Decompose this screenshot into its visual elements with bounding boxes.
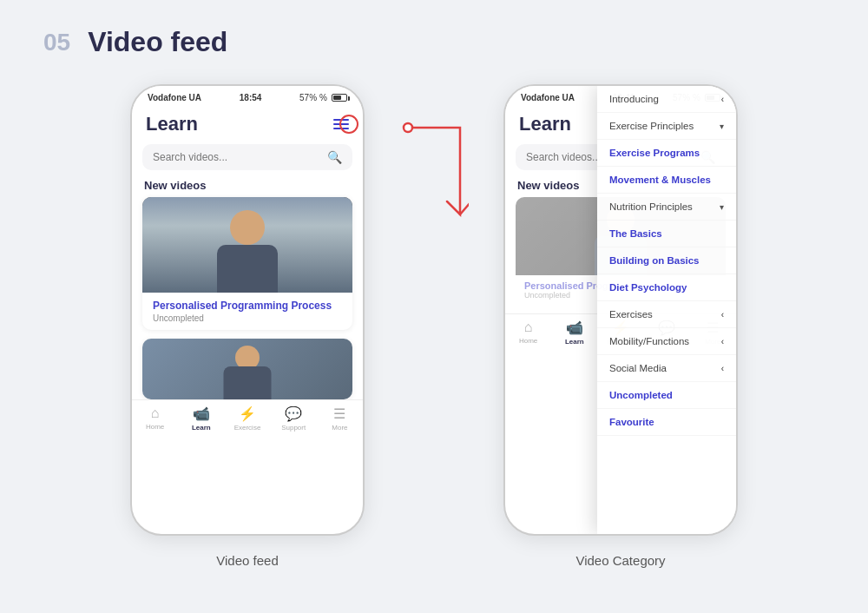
mockups-container: Vodafone UA 18:54 57%% Learn 🔍 xyxy=(43,84,825,587)
menu-item-exercise-principles[interactable]: Exercise Principles ▾ xyxy=(597,113,736,140)
home-icon: ⌂ xyxy=(151,405,160,421)
nav-learn-label: Learn xyxy=(192,424,211,432)
nav-more-label: More xyxy=(332,424,347,432)
menu-item-social-media[interactable]: Social Media ‹ xyxy=(597,355,736,382)
nav-learn[interactable]: 📹 Learn xyxy=(178,405,224,432)
home-icon-2: ⌂ xyxy=(524,320,533,335)
search-icon: 🔍 xyxy=(327,150,342,164)
phone2-title: Learn xyxy=(519,113,571,135)
chevron-icon-9: ‹ xyxy=(721,337,724,346)
menu-item-mobility[interactable]: Mobility/Functions ‹ xyxy=(597,328,736,355)
menu-overlay: Introducing ‹ Exercise Principles ▾ Exer… xyxy=(597,86,736,534)
page-number: 05 xyxy=(43,29,70,56)
phone2-nav-home-label: Home xyxy=(519,337,537,345)
phone2-wrapper: Vodafone UA 18:46 57%% Learn 🔍 New video… xyxy=(503,84,738,568)
menu-item-diet-psychology[interactable]: Diet Psychology xyxy=(597,274,736,301)
nav-exercise[interactable]: ⚡ Exercise xyxy=(224,405,270,432)
video-card-1-info: Personalised Programming Process Uncompl… xyxy=(142,293,352,330)
phone1-wrapper: Vodafone UA 18:54 57%% Learn 🔍 xyxy=(130,84,365,568)
phone1-search-bar[interactable]: 🔍 xyxy=(142,144,352,170)
phone2-label: Video Category xyxy=(575,553,665,568)
phone1-time: 18:54 xyxy=(240,93,262,102)
nav-support-label: Support xyxy=(281,424,306,432)
exercise-icon: ⚡ xyxy=(239,405,256,422)
menu-item-exercise-programs[interactable]: Exercise Programs xyxy=(597,140,736,167)
phone1-label: Video feed xyxy=(216,553,278,568)
phone2-nav-home[interactable]: ⌂ Home xyxy=(505,320,551,346)
page-title: Video feed xyxy=(88,26,227,58)
nav-support[interactable]: 💬 Support xyxy=(271,405,317,432)
phone2-carrier: Vodafone UA xyxy=(521,93,575,102)
video-thumb-1 xyxy=(142,197,352,293)
video-card-2[interactable] xyxy=(142,339,352,399)
menu-item-nutrition-principles[interactable]: Nutrition Principles ▾ xyxy=(597,194,736,221)
chevron-icon-0: ‹ xyxy=(721,95,724,104)
menu-item-uncompleted[interactable]: Uncompleted xyxy=(597,382,736,409)
chevron-icon-4: ▾ xyxy=(720,202,724,212)
learn-icon-2: 📹 xyxy=(566,320,583,336)
phone2-nav-learn[interactable]: 📹 Learn xyxy=(551,320,597,346)
nav-more[interactable]: ☰ More xyxy=(317,405,363,432)
menu-item-exercises[interactable]: Exercises ‹ xyxy=(597,301,736,328)
phone1-header: Learn xyxy=(132,106,363,141)
video-thumb-2 xyxy=(142,339,352,399)
nav-exercise-label: Exercise xyxy=(234,424,261,432)
phone2-frame: Vodafone UA 18:46 57%% Learn 🔍 New video… xyxy=(503,84,738,536)
phone1-search-input[interactable] xyxy=(153,151,327,163)
hamburger-button[interactable] xyxy=(333,119,349,129)
video-card-1-sub: Uncompleted xyxy=(153,313,342,323)
phone1-bottom-nav: ⌂ Home 📹 Learn ⚡ Exercise 💬 Support ☰ xyxy=(132,399,363,435)
menu-item-movement-muscles[interactable]: Movement & Muscles xyxy=(597,167,736,194)
chevron-icon-1: ▾ xyxy=(720,122,724,131)
support-icon: 💬 xyxy=(285,405,302,422)
menu-item-favourite[interactable]: Favourite xyxy=(597,409,736,436)
menu-item-building-basics[interactable]: Building on Basics xyxy=(597,247,736,274)
video-card-1[interactable]: Personalised Programming Process Uncompl… xyxy=(142,197,352,330)
svg-point-0 xyxy=(404,123,412,132)
nav-home[interactable]: ⌂ Home xyxy=(132,405,178,432)
chevron-icon-8: ‹ xyxy=(721,310,724,320)
phone1-title: Learn xyxy=(146,113,198,135)
phone1-statusbar: Vodafone UA 18:54 57%% xyxy=(132,86,363,106)
learn-icon: 📹 xyxy=(193,405,210,422)
nav-home-label: Home xyxy=(146,423,164,431)
chevron-icon-10: ‹ xyxy=(721,364,724,373)
more-icon: ☰ xyxy=(333,405,345,422)
arrow-svg xyxy=(399,102,469,258)
menu-item-introducing[interactable]: Introducing ‹ xyxy=(597,86,736,113)
phone1-carrier: Vodafone UA xyxy=(148,93,201,102)
phone1-frame: Vodafone UA 18:54 57%% Learn 🔍 xyxy=(130,84,365,536)
phone2-nav-learn-label: Learn xyxy=(565,338,584,346)
video-card-1-title: Personalised Programming Process xyxy=(153,300,342,312)
menu-item-basics[interactable]: The Basics xyxy=(597,221,736,247)
phone1-battery: 57%% xyxy=(299,93,347,102)
phone1-section-title: New videos xyxy=(132,177,363,197)
